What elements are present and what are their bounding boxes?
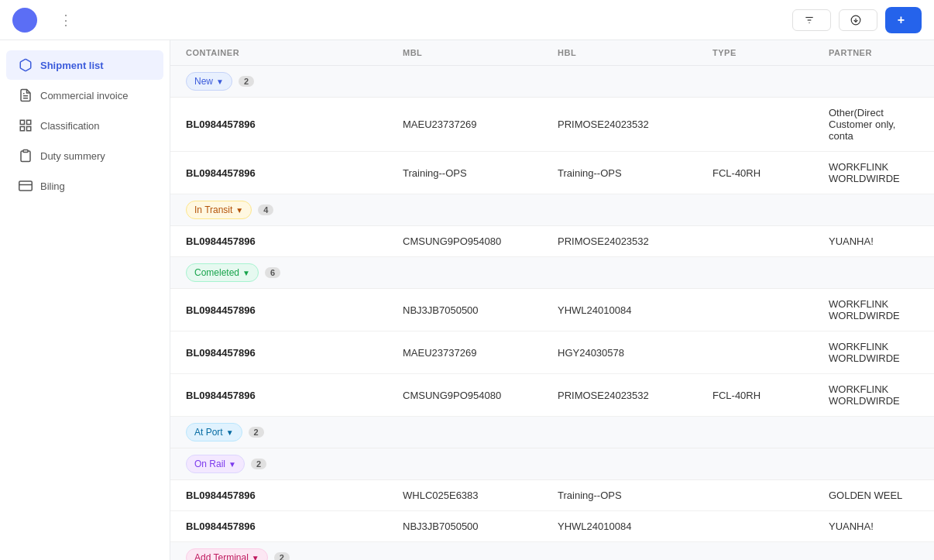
partner-value: YUANHA! xyxy=(829,235,919,247)
table-row[interactable]: BL0984457896 NBJ3JB7050500 YHWL24010084 … xyxy=(170,511,934,542)
mbl-value: CMSUNG9PO954080 xyxy=(403,235,558,247)
hbl-value: YHWL24010084 xyxy=(558,520,713,532)
svg-rect-7 xyxy=(20,120,24,124)
svg-rect-12 xyxy=(19,181,33,191)
col-partner: PARTNER xyxy=(829,48,919,57)
filters-button[interactable] xyxy=(792,9,831,31)
mbl-value: NBJ3JB7050500 xyxy=(403,520,558,532)
clipboard-icon xyxy=(19,149,33,163)
container-id: BL0984457896 xyxy=(186,490,403,501)
plus-icon: + xyxy=(898,13,905,27)
partner-value: YUANHA! xyxy=(829,520,919,532)
group-count: 2 xyxy=(251,459,266,469)
col-type: TYPE xyxy=(713,48,829,57)
chevron-icon: ▼ xyxy=(228,460,236,469)
file-text-icon xyxy=(19,88,33,102)
chevron-icon: ▼ xyxy=(216,77,224,86)
sidebar-item-label: Duty summery xyxy=(40,150,105,162)
status-group-on-rail: On Rail ▼2 xyxy=(170,448,934,480)
table-row[interactable]: BL0984457896 MAEU23737269 PRIMOSE2402353… xyxy=(170,98,934,152)
container-id: BL0984457896 xyxy=(186,520,403,532)
type-value: FCL-40RH xyxy=(713,390,829,401)
container-id: BL0984457896 xyxy=(186,119,403,130)
chevron-icon: ▼ xyxy=(226,428,234,437)
hbl-value: Training--OPS xyxy=(558,490,713,501)
box-icon xyxy=(19,58,33,72)
svg-rect-11 xyxy=(23,150,28,153)
user-avatar xyxy=(12,8,37,33)
chevron-icon: ▼ xyxy=(235,206,243,215)
group-count: 4 xyxy=(258,204,273,215)
group-count: 2 xyxy=(249,427,264,438)
credit-card-icon xyxy=(19,179,33,193)
badge-completed[interactable]: Comeleted ▼ xyxy=(186,263,259,282)
status-group-new: New ▼2 xyxy=(170,66,934,98)
sidebar-item-commercial-invoice[interactable]: Commercial invoice xyxy=(6,81,163,110)
layout-toggle-icon[interactable]: ⋮ xyxy=(59,12,73,29)
mbl-value: MAEU23737269 xyxy=(403,347,558,359)
table-row[interactable]: BL0984457896 NBJ3JB7050500 YHWL24010084 … xyxy=(170,289,934,332)
mbl-value: NBJ3JB7050500 xyxy=(403,304,558,316)
container-id: BL0984457896 xyxy=(186,167,403,179)
export-button[interactable] xyxy=(839,9,877,31)
svg-rect-10 xyxy=(20,127,24,131)
table-row[interactable]: BL0984457896 MAEU23737269 HGY24030578 WO… xyxy=(170,332,934,374)
group-count: 2 xyxy=(239,76,254,87)
group-count: 2 xyxy=(274,552,290,560)
hbl-value: PRIMOSE24023532 xyxy=(558,235,713,247)
badge-add-terminal[interactable]: Add Terminal ▼ xyxy=(186,548,268,560)
container-id: BL0984457896 xyxy=(186,304,403,316)
partner-value: Other(Direct Customer only, conta xyxy=(829,107,919,142)
table-row[interactable]: BL0984457896 CMSUNG9PO954080 PRIMOSE2402… xyxy=(170,374,934,417)
status-group-completed: Comeleted ▼6 xyxy=(170,257,934,289)
sidebar-item-billing[interactable]: Biling xyxy=(6,171,163,201)
table-row[interactable]: BL0984457896 WHLC025E6383 Training--OPS … xyxy=(170,480,934,511)
chevron-icon: ▼ xyxy=(242,269,250,277)
new-shipment-button[interactable]: + xyxy=(885,7,922,33)
mbl-value: WHLC025E6383 xyxy=(403,490,558,501)
svg-rect-8 xyxy=(27,120,31,124)
top-header: ⋮ + xyxy=(0,0,934,40)
table-row[interactable]: BL0984457896 CMSUNG9PO954080 PRIMOSE2402… xyxy=(170,226,934,257)
col-hbl: HBL xyxy=(558,48,713,57)
partner-value: WORKFLINK WORLDWIRDE xyxy=(829,161,919,184)
hbl-value: Training--OPS xyxy=(558,167,713,179)
partner-value: WORKFLINK WORLDWIRDE xyxy=(829,298,919,321)
badge-on-rail[interactable]: On Rail ▼ xyxy=(186,455,245,473)
main-layout: Shipment list Commercial invoice Classif… xyxy=(0,40,934,560)
badge-in-transit[interactable]: In Transit ▼ xyxy=(186,201,252,219)
svg-rect-9 xyxy=(27,127,31,131)
hbl-value: PRIMOSE24023532 xyxy=(558,119,713,130)
chevron-icon: ▼ xyxy=(252,554,259,561)
badge-new[interactable]: New ▼ xyxy=(186,72,232,91)
mbl-value: CMSUNG9PO954080 xyxy=(403,390,558,401)
col-mbl: MBL xyxy=(403,48,558,57)
header-right: + xyxy=(792,7,922,33)
group-count: 6 xyxy=(265,267,280,278)
filter-icon xyxy=(804,15,815,26)
partner-value: WORKFLINK WORLDWIRDE xyxy=(829,383,919,407)
grid-icon xyxy=(19,119,33,132)
partner-value: GOLDEN WEEL xyxy=(829,490,919,501)
sidebar-item-shipment-list[interactable]: Shipment list xyxy=(6,50,163,80)
hbl-value: YHWL24010084 xyxy=(558,304,713,316)
header-left: ⋮ xyxy=(12,8,73,33)
sidebar: Shipment list Commercial invoice Classif… xyxy=(0,40,170,560)
hbl-value: HGY24030578 xyxy=(558,347,713,359)
sidebar-item-duty-summery[interactable]: Duty summery xyxy=(6,141,163,170)
sidebar-item-label: Biling xyxy=(40,180,65,192)
table-body: New ▼2 BL0984457896 MAEU23737269 PRIMOSE… xyxy=(170,66,934,560)
hbl-value: PRIMOSE24023532 xyxy=(558,390,713,401)
table-row[interactable]: BL0984457896 Training--OPS Training--OPS… xyxy=(170,152,934,194)
badge-at-port[interactable]: At Port ▼ xyxy=(186,423,242,441)
status-group-at-port: At Port ▼2 xyxy=(170,417,934,448)
content-area: CONTAINER MBL HBL TYPE PARTNER New ▼2 BL… xyxy=(170,40,934,560)
sidebar-item-classification[interactable]: Classification xyxy=(6,111,163,140)
type-value: FCL-40RH xyxy=(713,167,829,179)
table-header: CONTAINER MBL HBL TYPE PARTNER xyxy=(170,40,934,66)
table-container: CONTAINER MBL HBL TYPE PARTNER New ▼2 BL… xyxy=(170,40,934,560)
status-group-in-transit: In Transit ▼4 xyxy=(170,194,934,226)
mbl-value: Training--OPS xyxy=(403,167,558,179)
sidebar-item-label: Commercial invoice xyxy=(40,90,128,101)
sidebar-item-label: Classification xyxy=(40,120,100,132)
